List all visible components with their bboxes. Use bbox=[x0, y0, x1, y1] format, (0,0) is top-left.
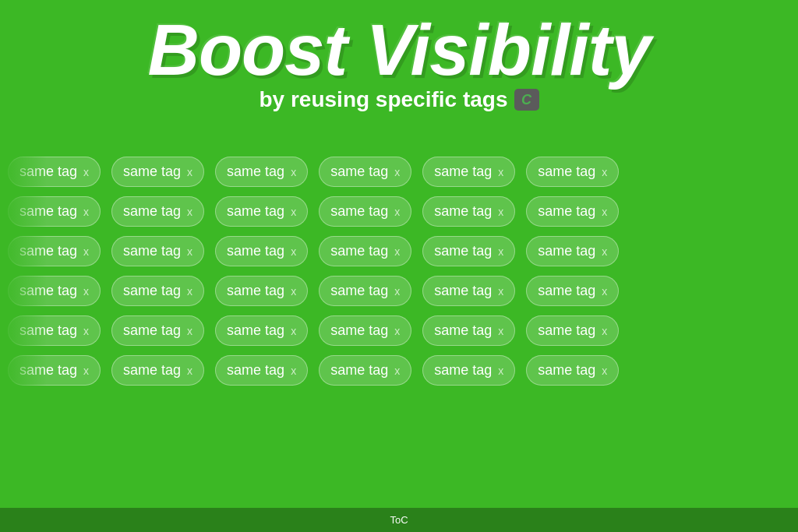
tag-label: same tag bbox=[123, 322, 181, 339]
tag-pill[interactable]: same tag x bbox=[319, 196, 411, 227]
tag-close[interactable]: x bbox=[498, 325, 503, 337]
tag-close[interactable]: x bbox=[602, 245, 607, 258]
tag-pill[interactable]: same tag x bbox=[8, 236, 101, 266]
tag-label: same tag bbox=[330, 362, 388, 379]
tag-close[interactable]: x bbox=[83, 325, 89, 337]
tag-label: same tag bbox=[19, 243, 77, 259]
tag-label: same tag bbox=[330, 164, 388, 180]
tag-close[interactable]: x bbox=[291, 206, 296, 218]
toc-text: ToC bbox=[390, 514, 408, 526]
tag-close[interactable]: x bbox=[498, 166, 503, 178]
tag-pill[interactable]: same tag x bbox=[8, 157, 101, 187]
tag-label: same tag bbox=[434, 322, 492, 339]
tag-close[interactable]: x bbox=[291, 285, 296, 298]
tag-pill[interactable]: same tag x bbox=[215, 315, 308, 346]
tag-pill[interactable]: same tag x bbox=[8, 315, 101, 346]
tag-pill[interactable]: same tag x bbox=[422, 236, 515, 266]
tags-row-3: same tag x same tag x same tag x same ta… bbox=[0, 231, 798, 271]
tag-pill[interactable]: same tag x bbox=[526, 236, 619, 266]
tag-pill[interactable]: same tag x bbox=[111, 157, 204, 187]
tag-pill[interactable]: same tag x bbox=[111, 236, 204, 266]
tag-pill[interactable]: same tag x bbox=[526, 157, 619, 187]
tag-pill[interactable]: same tag x bbox=[422, 276, 515, 306]
tag-close[interactable]: x bbox=[394, 325, 400, 337]
tag-label: same tag bbox=[434, 362, 492, 379]
tag-close[interactable]: x bbox=[602, 206, 607, 218]
main-title: Boost Visibility bbox=[0, 14, 798, 86]
tag-close[interactable]: x bbox=[187, 365, 192, 377]
tag-close[interactable]: x bbox=[291, 166, 296, 178]
tag-close[interactable]: x bbox=[498, 206, 503, 218]
tag-label: same tag bbox=[227, 362, 284, 379]
tag-pill[interactable]: same tag x bbox=[215, 236, 308, 266]
tag-pill[interactable]: same tag x bbox=[422, 315, 515, 346]
tag-pill[interactable]: same tag x bbox=[8, 196, 101, 227]
tags-row-1: same tag x same tag x same tag x same ta… bbox=[0, 152, 798, 192]
tag-label: same tag bbox=[19, 322, 77, 339]
tag-label: same tag bbox=[538, 322, 595, 339]
tag-close[interactable]: x bbox=[394, 206, 400, 218]
tag-close[interactable]: x bbox=[602, 365, 607, 377]
tag-close[interactable]: x bbox=[187, 206, 192, 218]
tag-close[interactable]: x bbox=[394, 365, 400, 377]
tag-pill[interactable]: same tag x bbox=[319, 355, 411, 386]
tag-close[interactable]: x bbox=[602, 325, 607, 337]
tag-close[interactable]: x bbox=[498, 285, 503, 298]
tag-close[interactable]: x bbox=[187, 166, 192, 178]
tag-pill[interactable]: same tag x bbox=[319, 157, 411, 187]
tag-pill[interactable]: same tag x bbox=[526, 196, 619, 227]
tag-close[interactable]: x bbox=[291, 365, 296, 377]
tag-pill[interactable]: same tag x bbox=[526, 276, 619, 306]
tag-pill[interactable]: same tag x bbox=[422, 157, 515, 187]
tag-pill[interactable]: same tag x bbox=[111, 196, 204, 227]
tag-pill[interactable]: same tag x bbox=[111, 276, 204, 306]
tag-close[interactable]: x bbox=[83, 365, 89, 377]
tag-pill[interactable]: same tag x bbox=[215, 355, 308, 386]
tag-label: same tag bbox=[434, 164, 492, 180]
tag-label: same tag bbox=[538, 243, 595, 259]
tag-close[interactable]: x bbox=[83, 245, 89, 258]
tag-pill[interactable]: same tag x bbox=[319, 236, 411, 266]
tag-label: same tag bbox=[538, 164, 595, 180]
tag-close[interactable]: x bbox=[83, 206, 89, 218]
tag-label: same tag bbox=[330, 243, 388, 259]
tag-close[interactable]: x bbox=[291, 245, 296, 258]
tag-close[interactable]: x bbox=[291, 325, 296, 337]
tag-pill[interactable]: same tag x bbox=[215, 157, 308, 187]
tag-pill[interactable]: same tag x bbox=[8, 276, 101, 306]
tag-close[interactable]: x bbox=[83, 285, 89, 298]
tag-close[interactable]: x bbox=[394, 245, 400, 258]
tag-close[interactable]: x bbox=[187, 245, 192, 258]
tag-close[interactable]: x bbox=[498, 365, 503, 377]
tag-label: same tag bbox=[227, 322, 284, 339]
tag-pill[interactable]: same tag x bbox=[526, 355, 619, 386]
tag-close[interactable]: x bbox=[83, 166, 89, 178]
tag-pill[interactable]: same tag x bbox=[8, 355, 101, 386]
tag-label: same tag bbox=[538, 283, 595, 299]
tag-pill[interactable]: same tag x bbox=[215, 276, 308, 306]
tag-close[interactable]: x bbox=[187, 285, 192, 298]
tag-label: same tag bbox=[330, 203, 388, 220]
tag-close[interactable]: x bbox=[602, 285, 607, 298]
tags-row-5: same tag x same tag x same tag x same ta… bbox=[0, 311, 798, 351]
tag-pill[interactable]: same tag x bbox=[215, 196, 308, 227]
tag-label: same tag bbox=[19, 164, 77, 180]
tag-pill[interactable]: same tag x bbox=[422, 355, 515, 386]
tag-close[interactable]: x bbox=[394, 166, 400, 178]
header-section: Boost Visibility by reusing specific tag… bbox=[0, 0, 798, 120]
tag-close[interactable]: x bbox=[602, 166, 607, 178]
tag-close[interactable]: x bbox=[394, 285, 400, 298]
tag-pill[interactable]: same tag x bbox=[111, 355, 204, 386]
tag-label: same tag bbox=[538, 203, 595, 220]
tag-pill[interactable]: same tag x bbox=[422, 196, 515, 227]
tag-pill[interactable]: same tag x bbox=[319, 276, 411, 306]
tag-close[interactable]: x bbox=[498, 245, 503, 258]
toc-bar: ToC bbox=[0, 508, 798, 532]
tag-pill[interactable]: same tag x bbox=[319, 315, 411, 346]
tag-pill[interactable]: same tag x bbox=[526, 315, 619, 346]
tag-pill[interactable]: same tag x bbox=[111, 315, 204, 346]
tag-label: same tag bbox=[123, 362, 181, 379]
subtitle-text: by reusing specific tags bbox=[260, 87, 508, 112]
tag-label: same tag bbox=[19, 203, 77, 220]
tag-close[interactable]: x bbox=[187, 325, 192, 337]
